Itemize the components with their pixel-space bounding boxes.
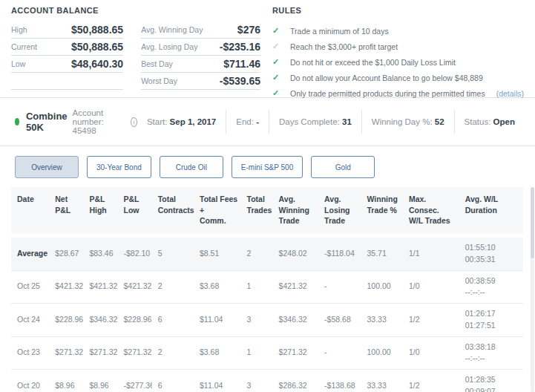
table-cell: Average <box>11 238 49 271</box>
table-cell: $346.32 <box>273 304 319 337</box>
stat-row: Low$48,640.30 <box>11 56 123 73</box>
tab-gold[interactable]: Gold <box>311 156 375 178</box>
table-cell: $271.32 <box>49 337 83 370</box>
table-cell: 1/0 <box>403 337 459 370</box>
rules-list: ✓Trade a minimum of 10 days✓Reach the $3… <box>272 26 524 98</box>
rule-item: ✓Do not allow your Account Balance to go… <box>272 73 524 82</box>
table-cell: Oct 23 <box>11 337 49 370</box>
column-header: Avg. Losing Trade <box>318 187 361 238</box>
info-icon[interactable]: i <box>131 117 137 127</box>
table-cell: 01:28:35 00:09:07 <box>459 370 523 392</box>
table-cell: $3.68 <box>194 271 241 304</box>
column-header: Net P&L <box>49 187 83 238</box>
stat-value: $711.46 <box>223 58 260 70</box>
table-header-row: DateNet P&LP&L HighP&L LowTotal Contract… <box>11 187 523 238</box>
table-row: Average$28.67$83.46-$82.105$8.512$248.02… <box>11 238 523 271</box>
rule-text: Trade a minimum of 10 days <box>290 27 389 36</box>
table-scrollbar[interactable] <box>531 187 534 392</box>
table-row: Oct 25$421.32$421.32$421.322$3.681$421.3… <box>11 271 523 304</box>
table-cell: $271.32 <box>118 337 152 370</box>
table-cell: $11.04 <box>194 370 241 392</box>
dashboard-page: ACCOUNT BALANCE High$50,888.65Current$50… <box>0 0 535 392</box>
table-cell: $271.32 <box>83 337 117 370</box>
combine-stat-value: - <box>256 117 259 126</box>
table-cell: $8.51 <box>194 238 241 271</box>
table-cell: 1/1 <box>403 238 459 271</box>
rule-item: ✓Only trade permitted products during th… <box>272 88 524 98</box>
table-cell: - <box>318 337 361 370</box>
rule-item: ✓Reach the $3,000+ profit target <box>272 42 524 51</box>
account-balance-column: ACCOUNT BALANCE High$50,888.65Current$50… <box>11 6 123 97</box>
rules-column: RULES ✓Trade a minimum of 10 days✓Reach … <box>272 6 524 97</box>
stat-value: $50,888.65 <box>71 24 123 36</box>
table-cell: $8.96 <box>83 370 117 392</box>
table-cell: 35.71 <box>361 238 403 271</box>
combine-stat-label: End: <box>236 117 254 126</box>
stats-section: ACCOUNT BALANCE High$50,888.65Current$50… <box>0 0 535 98</box>
stat-row: Worst Day-$539.65 <box>141 73 260 90</box>
account-balance-rows: High$50,888.65Current$50,888.65Low$48,64… <box>11 22 123 90</box>
table-row: Oct 23$271.32$271.32$271.322$3.681$271.3… <box>11 337 523 370</box>
stat-label: Avg. Winning Day <box>141 25 203 34</box>
table-cell: 03:38:18 --:--:-- <box>459 337 523 370</box>
stat-value: $50,888.65 <box>71 41 123 53</box>
rule-text: Do not allow your Account Balance to go … <box>290 74 483 82</box>
stat-row <box>11 73 123 90</box>
check-icon: ✓ <box>272 73 281 82</box>
table-cell: -$58.68 <box>318 304 361 337</box>
stat-value: -$539.65 <box>220 75 260 87</box>
combine-stat-label: Winning Day %: <box>372 117 433 126</box>
table-cell: $8.96 <box>49 370 83 392</box>
column-header: P&L High <box>83 187 117 238</box>
table-cell: 100.00 <box>361 271 403 304</box>
combine-stat-label: Start: <box>147 117 167 126</box>
combine-stat: Start: Sep 1, 2017 <box>137 110 226 134</box>
tab-e-mini-s-p-500[interactable]: E-mini S&P 500 <box>232 156 303 178</box>
details-link[interactable]: (details) <box>496 89 524 98</box>
table-row: Oct 24$228.96$346.32$228.966$11.043$346.… <box>11 304 523 337</box>
table-cell: 3 <box>241 370 273 392</box>
account-info: Combine 50K Account number: 45498 i <box>15 108 137 135</box>
account-balance-title: ACCOUNT BALANCE <box>11 6 123 22</box>
table-cell: 33.33 <box>361 370 403 392</box>
table-cell: 100.00 <box>361 337 403 370</box>
table-cell: $421.32 <box>273 271 319 304</box>
stat-row: High$50,888.65 <box>11 22 123 39</box>
table-cell: 1/2 <box>403 304 459 337</box>
rule-text: Only trade permitted products during the… <box>290 89 485 98</box>
table-cell: 01:26:17 01:27:51 <box>459 304 523 337</box>
table-cell: Oct 20 <box>11 370 49 392</box>
table-cell: 1/2 <box>403 370 459 392</box>
table-cell: 2 <box>152 337 194 370</box>
column-header: Total Fees + Comm. <box>194 187 241 238</box>
table-cell: $421.32 <box>118 271 152 304</box>
table-scrollbar-thumb[interactable] <box>531 187 534 258</box>
combine-stat-label: Days Complete: <box>279 117 340 126</box>
table-cell: $248.02 <box>273 238 319 271</box>
day-stats-rows: Avg. Winning Day$276Avg. Losing Day-$235… <box>141 22 260 90</box>
stat-label: Avg. Losing Day <box>141 42 197 51</box>
stat-row: Avg. Winning Day$276 <box>141 22 260 39</box>
combine-stat: Days Complete: 31 <box>269 110 361 134</box>
table-cell: $3.68 <box>194 337 241 370</box>
rule-text: Reach the $3,000+ profit target <box>290 42 398 51</box>
table-cell: -$82.10 <box>118 238 152 271</box>
stat-row: Best Day$711.46 <box>141 56 260 73</box>
tab-overview[interactable]: Overview <box>15 156 79 178</box>
table-cell: $28.67 <box>49 238 83 271</box>
check-icon: ✓ <box>272 26 281 36</box>
table-cell: $228.96 <box>49 304 83 337</box>
stat-label: Best Day <box>141 59 173 68</box>
table-cell: 01:55:10 00:35:31 <box>459 238 523 271</box>
combine-info-bar: Combine 50K Account number: 45498 i Star… <box>0 98 535 146</box>
column-header: Max. Consec. W/L Trades <box>403 187 459 238</box>
stat-row: Avg. Losing Day-$235.16 <box>141 39 260 56</box>
product-tabs: Overview30-Year BondCrude OilE-mini S&P … <box>0 146 535 178</box>
tab-crude-oil[interactable]: Crude Oil <box>160 156 223 178</box>
tab-30-year-bond[interactable]: 30-Year Bond <box>87 156 151 178</box>
table-cell: 2 <box>241 238 273 271</box>
table-cell: $271.32 <box>273 337 319 370</box>
table-cell: 6 <box>152 370 194 392</box>
check-icon: ✓ <box>272 88 281 98</box>
table-cell: 00:38:59 --:--:-- <box>459 271 523 304</box>
